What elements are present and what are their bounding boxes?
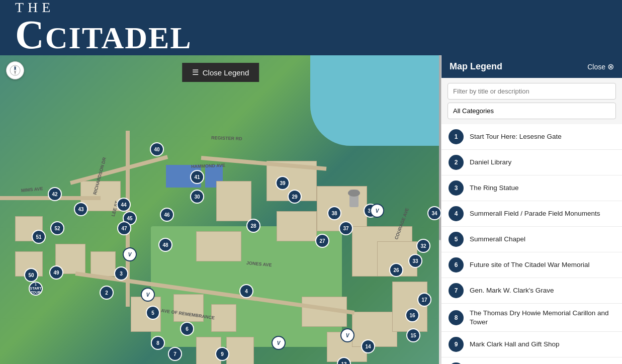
map-background: MIMS AVE HAMMOND AVE REGISTER RD RICHARD… [0, 55, 441, 364]
legend-item-label: Summerall Field / Parade Field Monuments [470, 209, 600, 218]
main-content: MIMS AVE HAMMOND AVE REGISTER RD RICHARD… [0, 55, 622, 364]
marker-43[interactable]: 43 [74, 202, 88, 216]
marker-8[interactable]: 8 [151, 336, 165, 350]
legend-item-label: Gen. Mark W. Clark's Grave [470, 286, 554, 295]
legend-item-label: Daniel Library [470, 158, 511, 167]
hamburger-icon: ☰ [192, 68, 199, 77]
legend-item[interactable]: 2Daniel Library [441, 150, 622, 175]
v-marker-2[interactable]: V [123, 247, 137, 261]
marker-2[interactable]: 2 [100, 286, 114, 300]
marker-9[interactable]: 9 [215, 347, 229, 361]
legend-item-number: 9 [449, 337, 464, 352]
legend-item-label: Start Tour Here: Lesesne Gate [470, 132, 562, 141]
legend-item-number: 7 [449, 283, 464, 298]
marker-47[interactable]: 47 [117, 221, 131, 235]
legend-panel: Map Legend Close ⊗ All Categories 1Start… [441, 55, 622, 364]
marker-40[interactable]: 40 [150, 142, 164, 156]
v-marker-1[interactable]: V [141, 288, 155, 302]
marker-4[interactable]: 4 [239, 284, 253, 298]
marker-33[interactable]: 33 [408, 254, 422, 268]
legend-item-label: The Thomas Dry Howie Memorial Carillon a… [470, 309, 615, 326]
legend-close-button[interactable]: Close ⊗ [587, 62, 614, 71]
marker-50[interactable]: 50 [24, 268, 38, 282]
road-diag1 [70, 155, 168, 185]
marker-15[interactable]: 15 [406, 328, 420, 342]
marker-30[interactable]: 30 [190, 190, 204, 204]
v-marker-4[interactable]: V [340, 328, 354, 342]
road-label-mims: MIMS AVE [21, 186, 43, 193]
v-marker-5[interactable]: V [370, 204, 384, 218]
water-tower-top [348, 190, 360, 197]
marker-5[interactable]: 5 [146, 306, 160, 320]
marker-46[interactable]: 46 [160, 208, 174, 222]
marker-7[interactable]: 7 [168, 347, 182, 361]
legend-item-number: 6 [449, 257, 464, 272]
marker-37[interactable]: 37 [339, 221, 353, 235]
legend-item-label: Future site of The Citadel War Memorial [470, 260, 590, 269]
marker-26[interactable]: 26 [389, 263, 403, 277]
building-20 [226, 337, 254, 364]
map-area[interactable]: MIMS AVE HAMMOND AVE REGISTER RD RICHARD… [0, 55, 441, 364]
marker-38[interactable]: 38 [327, 206, 341, 220]
legend-item[interactable]: 7Gen. Mark W. Clark's Grave [441, 278, 622, 304]
compass-icon: N [10, 65, 21, 76]
legend-header: Map Legend Close ⊗ [441, 55, 622, 78]
marker-48[interactable]: 48 [158, 238, 172, 252]
legend-item-label: Mark Clark Hall and Gift Shop [470, 340, 560, 349]
legend-item-number: 4 [449, 206, 464, 221]
marker-17[interactable]: 17 [417, 293, 431, 307]
marker-28[interactable]: 28 [246, 219, 260, 233]
building-7 [277, 211, 317, 241]
building-14 [392, 282, 427, 332]
v-marker-3[interactable]: V [272, 336, 286, 350]
filter-input[interactable] [448, 83, 616, 100]
logo: THE CCITADEL [15, 1, 192, 55]
marker-34[interactable]: 34 [427, 206, 441, 220]
marker-6[interactable]: 6 [180, 322, 194, 336]
logo-citadel: CCITADEL [15, 15, 192, 55]
marker-49[interactable]: 49 [49, 265, 63, 280]
legend-item[interactable]: 4Summerall Field / Parade Field Monument… [441, 201, 622, 227]
close-label: Close [587, 63, 605, 71]
marker-3[interactable]: 3 [114, 266, 128, 281]
logo-text: THE CCITADEL [15, 1, 192, 55]
marker-32[interactable]: 32 [416, 239, 430, 253]
close-legend-label: Close Legend [203, 68, 249, 77]
marker-51[interactable]: 51 [32, 230, 46, 244]
legend-item[interactable]: 5Summerall Chapel [441, 227, 622, 252]
building-5 [216, 181, 251, 221]
marker-16[interactable]: 16 [405, 308, 419, 322]
marker-1[interactable]: 1STARTTOUR [29, 282, 43, 296]
category-select[interactable]: All Categories [448, 103, 616, 119]
header: THE CCITADEL [0, 0, 622, 55]
legend-item-number: 3 [449, 180, 464, 196]
marker-14[interactable]: 14 [361, 339, 375, 353]
legend-item[interactable]: 10The Canteen [441, 357, 622, 364]
legend-item[interactable]: 9Mark Clark Hall and Gift Shop [441, 332, 622, 357]
building-4 [196, 231, 241, 261]
close-legend-button[interactable]: ☰ Close Legend [182, 63, 259, 82]
marker-42[interactable]: 42 [48, 187, 62, 201]
marker-52[interactable]: 52 [50, 221, 64, 235]
road-label-register: REGISTER RD [211, 135, 242, 141]
legend-item[interactable]: 1Start Tour Here: Lesesne Gate [441, 124, 622, 150]
building-19 [211, 304, 236, 332]
legend-item[interactable]: 8The Thomas Dry Howie Memorial Carillon … [441, 304, 622, 332]
legend-item-number: 1 [449, 129, 464, 144]
legend-item-number: 5 [449, 232, 464, 247]
marker-39[interactable]: 39 [276, 176, 290, 190]
marker-29[interactable]: 29 [288, 190, 302, 204]
logo-c: C [15, 13, 45, 57]
legend-item[interactable]: 3The Ring Statue [441, 175, 622, 201]
compass: N [6, 61, 24, 79]
marker-44[interactable]: 44 [117, 198, 131, 212]
marker-41[interactable]: 41 [190, 170, 204, 184]
close-circle-icon: ⊗ [607, 62, 614, 71]
legend-item-number: 2 [449, 155, 464, 170]
legend-list: 1Start Tour Here: Lesesne Gate2Daniel Li… [441, 124, 622, 364]
legend-item[interactable]: 6Future site of The Citadel War Memorial [441, 252, 622, 278]
legend-item-label: The Ring Statue [470, 184, 519, 193]
marker-27[interactable]: 27 [315, 234, 329, 248]
building-13 [352, 312, 397, 347]
legend-item-number: 8 [449, 310, 464, 325]
